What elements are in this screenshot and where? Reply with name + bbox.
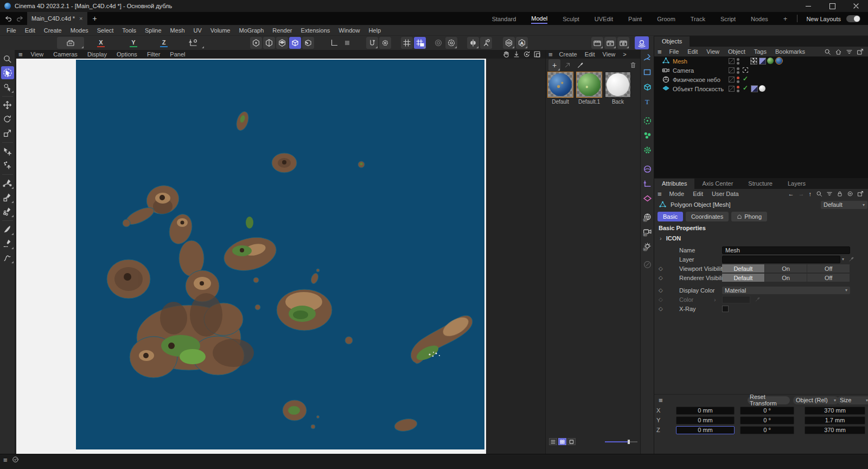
quantize-icon[interactable] xyxy=(432,37,444,49)
coordinates-hamburger-icon[interactable]: ≡ xyxy=(654,396,667,404)
add-material-icon[interactable]: + xyxy=(548,59,560,71)
menu-select[interactable]: Select xyxy=(93,26,118,35)
preset-dropdown[interactable]: Default▾ xyxy=(821,201,867,209)
axis-workplane-icon[interactable] xyxy=(642,178,653,189)
menu-file[interactable]: File xyxy=(2,26,21,35)
viewport[interactable] xyxy=(15,59,545,454)
object-row-physical-sky[interactable]: Физическое небо ✓ xyxy=(654,75,868,84)
layout-tab-groom[interactable]: Groom xyxy=(657,14,675,23)
menu-spline[interactable]: Spline xyxy=(141,26,166,35)
spline-pen-blue-icon[interactable] xyxy=(642,52,653,63)
x-position-field[interactable]: 0 mm xyxy=(676,407,735,415)
back-arrow-icon[interactable]: ← xyxy=(788,191,794,197)
sky-object-icon[interactable] xyxy=(642,163,653,174)
visibility-dots[interactable] xyxy=(737,85,739,93)
live-selection-tool-icon[interactable] xyxy=(1,66,14,79)
objects-menu-tags[interactable]: Tags xyxy=(750,47,771,56)
transform-tool-icon[interactable] xyxy=(1,144,14,157)
option-on[interactable]: On xyxy=(765,274,808,282)
menu-mesh[interactable]: Mesh xyxy=(166,26,189,35)
enabled-check-icon[interactable]: ✓ xyxy=(743,84,748,92)
objects-filter-icon[interactable] xyxy=(846,48,853,55)
stage-camera-icon[interactable]: ST xyxy=(642,226,653,237)
spline-smooth-tool-icon[interactable] xyxy=(1,251,14,264)
rotate-tool-icon[interactable] xyxy=(1,112,14,125)
render-settings-icon[interactable] xyxy=(617,37,629,49)
tab-structure[interactable]: Structure xyxy=(741,179,780,189)
option-default[interactable]: Default xyxy=(722,274,765,282)
z-axis-lock-button[interactable]: Z xyxy=(157,37,170,48)
delete-material-icon[interactable] xyxy=(627,59,639,71)
share-arrow-icon[interactable] xyxy=(561,59,573,71)
material-tag-white-icon[interactable] xyxy=(759,85,765,92)
visibility-dots[interactable] xyxy=(737,76,739,84)
thumbnail-size-slider[interactable] xyxy=(605,439,637,445)
attributes-search-icon[interactable] xyxy=(816,191,822,197)
tab-layers[interactable]: Layers xyxy=(780,179,813,189)
layer-dropdown-icon[interactable]: ▾ xyxy=(842,257,844,262)
orbit-icon[interactable] xyxy=(523,50,531,58)
layout-tab-script[interactable]: Script xyxy=(720,14,736,23)
visibility-dots[interactable] xyxy=(737,67,739,74)
z-size-field[interactable]: 370 mm xyxy=(805,426,865,434)
material-hamburger-icon[interactable]: ≡ xyxy=(546,50,556,59)
tab-attributes[interactable]: Attributes xyxy=(654,179,694,189)
tab-axis-center[interactable]: Axis Center xyxy=(694,179,741,189)
viewport-menu-view[interactable]: View xyxy=(26,50,49,59)
viewport-hamburger-icon[interactable]: ≡ xyxy=(15,50,26,59)
magic-sphere-icon[interactable] xyxy=(635,36,649,49)
layout-tab-sculpt[interactable]: Sculpt xyxy=(563,14,579,23)
option-default[interactable]: Default xyxy=(722,264,765,272)
forward-arrow-icon[interactable]: → xyxy=(799,191,805,197)
texture-tag-icon[interactable] xyxy=(750,58,757,65)
enabled-check-icon[interactable]: ✓ xyxy=(743,75,748,83)
rectangle-spline-icon[interactable] xyxy=(642,67,653,78)
minimize-button[interactable] xyxy=(796,0,820,12)
coordinate-toggle-icon[interactable] xyxy=(366,37,378,49)
icon-group-row[interactable]: › ICON xyxy=(654,233,868,243)
workplane-icon[interactable] xyxy=(328,37,340,49)
material-menu-more[interactable]: > xyxy=(619,50,630,59)
y-rotation-field[interactable]: 0 ° xyxy=(740,416,794,424)
workplane-mode-icon[interactable] xyxy=(341,37,353,49)
snapping-icon[interactable] xyxy=(414,37,426,49)
stage-globe-icon[interactable]: ST xyxy=(642,212,653,223)
attributes-menu-userdata[interactable]: User Data xyxy=(707,189,743,198)
snap-settings-icon[interactable] xyxy=(445,37,457,49)
objects-home-icon[interactable] xyxy=(835,48,842,55)
lock-icon[interactable] xyxy=(837,191,843,197)
text-primitive-icon[interactable]: T xyxy=(642,96,653,107)
scale-tool-icon[interactable] xyxy=(1,126,14,140)
tweak-tool-icon[interactable] xyxy=(1,80,14,93)
coordinate-system-icon[interactable] xyxy=(182,37,205,49)
x-rotation-field[interactable]: 0 ° xyxy=(740,407,794,415)
layout-tab-nodes[interactable]: Nodes xyxy=(751,14,768,23)
polygons-mode-icon[interactable] xyxy=(276,37,288,49)
layout-tab-track[interactable]: Track xyxy=(691,14,705,23)
edit-toggle-icon[interactable] xyxy=(729,77,735,83)
menu-help[interactable]: Help xyxy=(364,26,385,35)
option-off[interactable]: Off xyxy=(807,274,850,282)
objects-menu-view[interactable]: View xyxy=(702,47,724,56)
menu-render[interactable]: Render xyxy=(268,26,296,35)
objects-hamburger-icon[interactable]: ≡ xyxy=(654,48,665,56)
material-menu-view[interactable]: View xyxy=(599,50,620,59)
display-color-dropdown[interactable]: Material▾ xyxy=(722,287,850,294)
menu-volume[interactable]: Volume xyxy=(206,26,235,35)
texture-mode-icon[interactable] xyxy=(302,37,314,49)
object-row-mesh[interactable]: Mesh xyxy=(654,56,868,66)
attributes-export-icon[interactable] xyxy=(857,191,864,197)
pan-hand-icon[interactable] xyxy=(502,50,510,58)
xray-checkbox[interactable] xyxy=(722,306,729,312)
symmetry-icon[interactable] xyxy=(467,37,479,49)
name-input[interactable]: Mesh xyxy=(722,246,850,254)
edit-toggle-icon[interactable] xyxy=(729,67,735,73)
spline-arc-tool-icon[interactable] xyxy=(1,205,14,218)
viewport-menu-options[interactable]: Options xyxy=(112,50,142,59)
edges-mode-icon[interactable] xyxy=(263,37,275,49)
large-view-icon[interactable] xyxy=(567,438,576,445)
z-position-field[interactable]: 0 mm xyxy=(676,426,735,434)
layer-input[interactable] xyxy=(722,256,840,263)
material-node-icon[interactable] xyxy=(642,259,653,270)
viewport-menu-filter[interactable]: Filter xyxy=(142,50,165,59)
